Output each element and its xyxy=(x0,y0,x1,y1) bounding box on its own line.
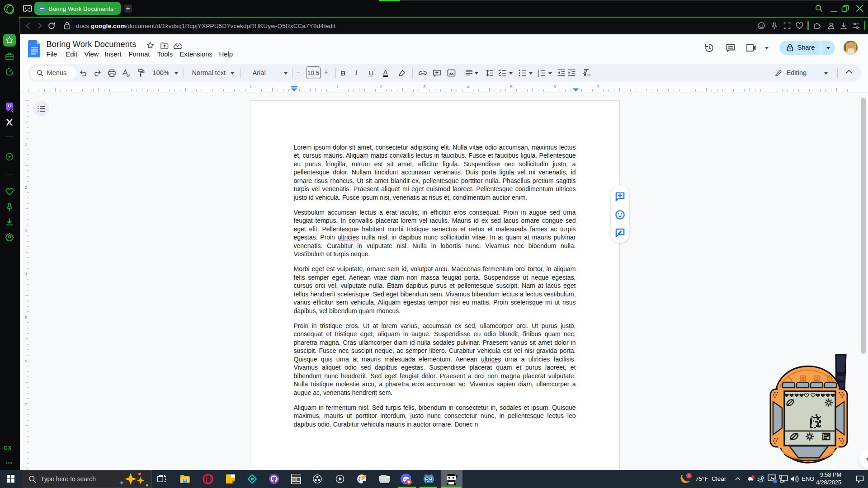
svg-text:3: 3 xyxy=(538,74,539,77)
svg-text:6: 6 xyxy=(553,84,556,89)
svg-text:7: 7 xyxy=(25,402,27,407)
svg-text:1: 1 xyxy=(336,84,339,89)
svg-text:2: 2 xyxy=(380,84,382,89)
svg-text:6: 6 xyxy=(25,358,27,363)
svg-text:3: 3 xyxy=(25,228,27,233)
svg-text:5: 5 xyxy=(510,84,512,89)
svg-text:1: 1 xyxy=(688,474,690,478)
svg-text:7: 7 xyxy=(597,84,599,89)
svg-text:1: 1 xyxy=(25,141,27,146)
svg-text:1: 1 xyxy=(250,84,252,89)
svg-text:2: 2 xyxy=(25,185,27,190)
svg-text:3: 3 xyxy=(423,84,425,89)
svg-text:4: 4 xyxy=(25,272,27,277)
svg-text:4: 4 xyxy=(467,84,469,89)
svg-text:6: 6 xyxy=(11,109,13,112)
svg-text:5: 5 xyxy=(25,315,27,320)
